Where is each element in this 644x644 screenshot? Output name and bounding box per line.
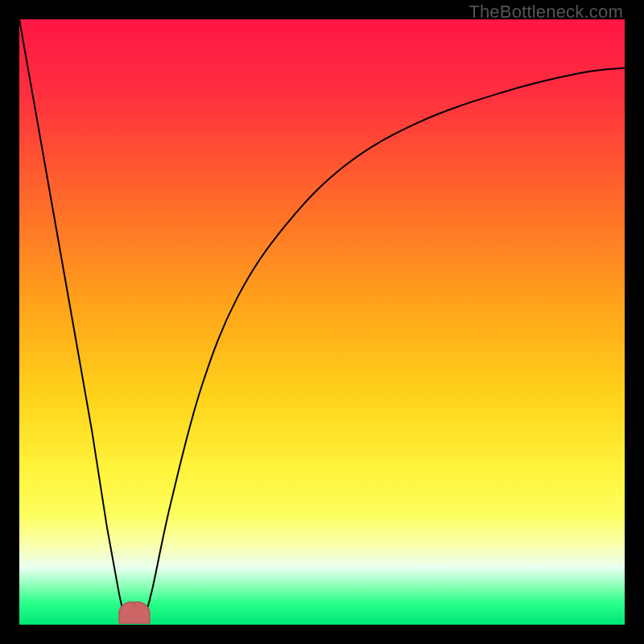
plot-area — [19, 19, 625, 625]
watermark-text: TheBottleneck.com — [469, 2, 623, 23]
left-branch — [19, 19, 126, 621]
minimum-bump — [119, 602, 150, 623]
chart-frame: TheBottleneck.com — [0, 0, 644, 644]
right-branch — [143, 68, 625, 621]
bottleneck-curve — [19, 19, 625, 625]
